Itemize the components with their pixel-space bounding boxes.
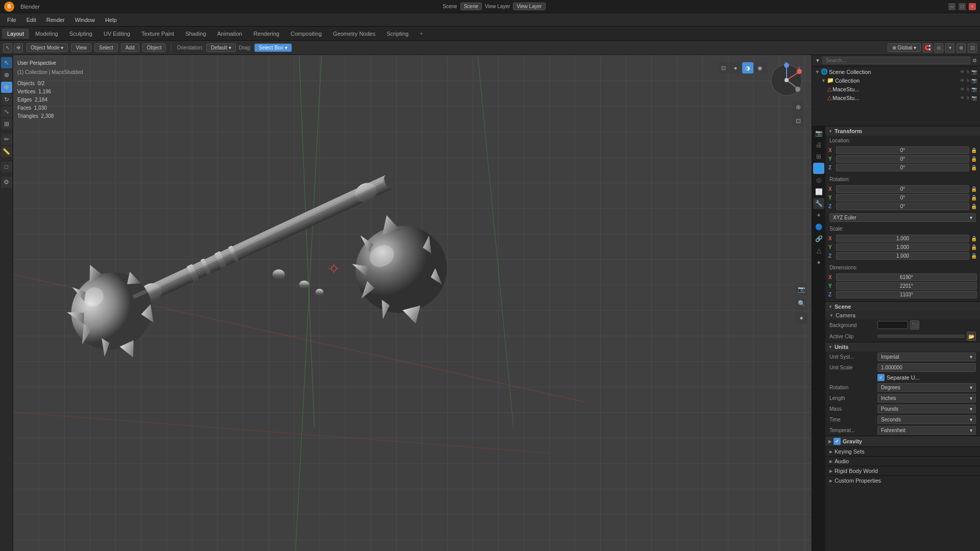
scale-y-field[interactable]: 1.000 — [836, 243, 969, 251]
rigid-body-header[interactable]: ▶ Rigid Body World — [825, 466, 980, 475]
units-header[interactable]: ▼ Units — [825, 342, 980, 352]
tool-measure[interactable]: 📏 — [1, 146, 12, 157]
object-menu[interactable]: Object — [142, 43, 166, 52]
outliner-search[interactable] — [822, 57, 970, 64]
scale-z-lock[interactable]: 🔒 — [971, 253, 977, 259]
menu-render[interactable]: Render — [42, 16, 69, 24]
tab-add[interactable]: ＋ — [414, 28, 428, 39]
location-x-field[interactable]: 0° — [836, 146, 969, 154]
close-button[interactable]: ✕ — [969, 3, 976, 10]
dim-x-field[interactable]: 6190° — [836, 273, 977, 281]
view-menu[interactable]: View — [71, 43, 91, 52]
solid-btn[interactable]: ● — [730, 62, 741, 73]
rotation-y-lock[interactable]: 🔒 — [971, 195, 977, 201]
menu-help[interactable]: Help — [101, 16, 121, 24]
dim-y-field[interactable]: 2201° — [836, 282, 977, 290]
background-color-swatch[interactable] — [877, 321, 908, 329]
global-dropdown[interactable]: ⊕ Global ▾ — [888, 43, 921, 52]
time-dropdown[interactable]: Seconds ▾ — [877, 415, 976, 424]
prop-tab-view-layer[interactable]: ⊞ — [813, 151, 824, 162]
toolbar-move-icon[interactable]: ✥ — [14, 43, 23, 53]
active-clip-browse[interactable]: 📂 — [967, 332, 976, 341]
rotation-mode-dropdown[interactable]: XYZ Euler ▾ — [829, 213, 976, 222]
scale-x-lock[interactable]: 🔒 — [971, 236, 977, 241]
outliner-settings-icon[interactable]: ⚙ — [972, 58, 977, 63]
temperature-dropdown[interactable]: Fahrenheit ▾ — [877, 426, 976, 435]
tab-uv-editing[interactable]: UV Editing — [99, 29, 135, 39]
scale-x-field[interactable]: 1.000 — [836, 235, 969, 242]
tool-rotate[interactable]: ↻ — [1, 94, 12, 105]
transform-header[interactable]: ▼ Transform — [825, 127, 980, 136]
minimize-button[interactable]: ─ — [948, 3, 955, 10]
tool-move[interactable]: ✥ — [1, 82, 12, 93]
scene-selector[interactable]: Scene — [460, 3, 482, 10]
tab-modeling[interactable]: Modeling — [30, 29, 63, 39]
tab-animation[interactable]: Animation — [212, 29, 248, 39]
scene-header[interactable]: ▼ Scene — [825, 302, 980, 311]
prop-tab-output[interactable]: 🖨 — [813, 139, 824, 151]
rotation-z-field[interactable]: 0° — [836, 203, 969, 210]
overlay-button[interactable]: ⊕ — [792, 101, 804, 113]
location-z-lock[interactable]: 🔒 — [971, 165, 977, 170]
tab-shading[interactable]: Shading — [180, 29, 211, 39]
rotation-y-field[interactable]: 0° — [836, 194, 969, 202]
gravity-checkbox[interactable]: ✓ — [834, 438, 841, 445]
mass-dropdown[interactable]: Pounds ▾ — [877, 405, 976, 413]
prop-tab-render[interactable]: 📷 — [813, 128, 824, 139]
zoom-gizmo[interactable]: 🔍 — [795, 297, 807, 310]
tab-layout[interactable]: Layout — [2, 29, 29, 39]
tab-scripting[interactable]: Scripting — [381, 29, 413, 39]
viewport[interactable]: User Perspective (1) Collection | MaceSt… — [13, 55, 812, 551]
view-layer-selector[interactable]: View Layer — [513, 3, 545, 10]
tab-texture-paint[interactable]: Texture Paint — [136, 29, 179, 39]
active-clip-field[interactable] — [877, 335, 965, 338]
rotation-z-lock[interactable]: 🔒 — [971, 204, 977, 209]
menu-edit[interactable]: Edit — [22, 16, 40, 24]
viewport-icons[interactable]: ⊡ — [968, 43, 977, 53]
location-x-lock[interactable]: 🔒 — [971, 147, 977, 153]
tool-scale[interactable]: ⤡ — [1, 106, 12, 117]
tab-geometry-nodes[interactable]: Geometry Nodes — [328, 29, 380, 39]
restore-button[interactable]: □ — [959, 3, 966, 10]
prop-tab-constraints[interactable]: 🔗 — [813, 233, 824, 244]
prop-tab-modifier[interactable]: 🔧 — [813, 198, 824, 209]
shading-gizmo[interactable]: ● — [795, 312, 807, 324]
orientation-dropdown[interactable]: Default ▾ — [206, 43, 235, 52]
location-y-field[interactable]: 0° — [836, 155, 969, 163]
rotation-x-field[interactable]: 0° — [836, 185, 969, 193]
select-menu[interactable]: Select — [94, 43, 118, 52]
audio-header[interactable]: ▶ Audio — [825, 457, 980, 466]
wireframe-btn[interactable]: ⊡ — [718, 62, 729, 73]
tab-sculpting[interactable]: Sculpting — [64, 29, 97, 39]
tool-transform[interactable]: ⊞ — [1, 118, 12, 130]
tab-rendering[interactable]: Rendering — [248, 29, 284, 39]
rotation-x-lock[interactable]: 🔒 — [971, 186, 977, 192]
prop-tab-scene[interactable]: 🌐 — [813, 163, 824, 174]
prop-tab-world[interactable]: ◎ — [813, 174, 824, 186]
scale-z-field[interactable]: 1.000 — [836, 252, 969, 260]
snap-dropdown[interactable]: Select Box ▾ — [254, 43, 292, 52]
menu-window[interactable]: Window — [71, 16, 99, 24]
prop-tab-particles[interactable]: ✦ — [813, 210, 824, 221]
camera-gizmo[interactable]: 📷 — [795, 283, 807, 295]
gravity-header[interactable]: ▶ ✓ Gravity — [825, 436, 980, 446]
prop-tab-data[interactable]: △ — [813, 245, 824, 256]
tool-misc[interactable]: ⚙ — [1, 177, 12, 188]
transform-pivot-icon[interactable]: ⊕ — [957, 43, 966, 53]
length-dropdown[interactable]: Inches ▾ — [877, 394, 976, 403]
snap-icon[interactable]: 🧲 — [923, 43, 932, 53]
prop-tab-physics[interactable]: 🔵 — [813, 221, 824, 233]
prop-tab-material[interactable]: ● — [813, 257, 824, 268]
keying-sets-header[interactable]: ▶ Keying Sets — [825, 447, 980, 456]
dim-z-field[interactable]: 1103° — [836, 291, 977, 298]
tool-add[interactable]: □ — [1, 161, 12, 172]
tool-cursor[interactable]: ⊕ — [1, 69, 12, 81]
object-mode-dropdown[interactable]: Object Mode ▾ — [26, 43, 68, 52]
tool-select[interactable]: ↖ — [1, 57, 12, 68]
camera-sub-header[interactable]: ▼ Camera — [825, 311, 980, 319]
proportional-dropdown[interactable]: ▾ — [945, 43, 954, 53]
unit-scale-field[interactable]: 1.000000 — [877, 363, 976, 372]
unit-system-dropdown[interactable]: Imperial ▾ — [877, 353, 976, 361]
location-z-field[interactable]: 0° — [836, 164, 969, 171]
scale-y-lock[interactable]: 🔒 — [971, 244, 977, 250]
